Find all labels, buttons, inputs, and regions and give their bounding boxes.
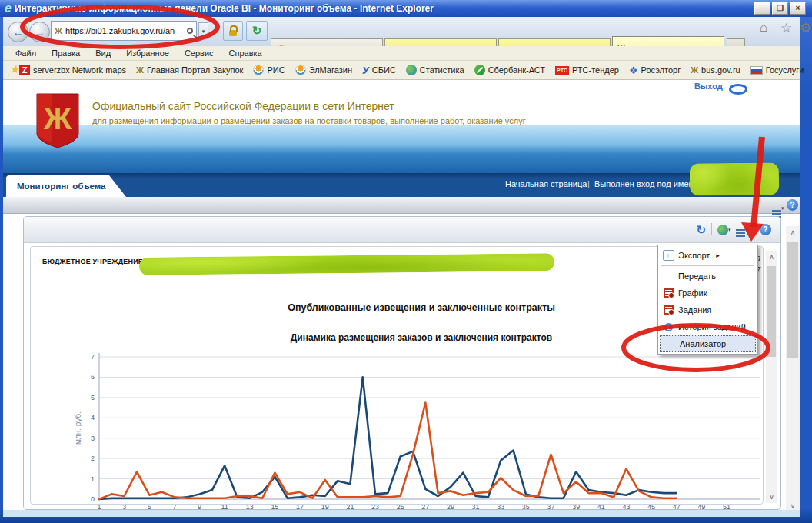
close-button[interactable]: × — [790, 2, 806, 15]
svg-text:5: 5 — [91, 394, 95, 401]
menu-item-send[interactable]: Передать — [658, 268, 757, 285]
svg-text:2: 2 — [91, 455, 95, 462]
favorites-bar: ★ → Zserverzbx Network maps ЖГлавная Пор… — [3, 61, 800, 80]
menu-view[interactable]: Вид — [88, 48, 118, 58]
panel-help-icon[interactable]: ? — [760, 224, 771, 235]
page-options-icon[interactable]: ▾ — [772, 201, 784, 215]
flame-icon — [253, 65, 264, 75]
schedule-icon — [664, 288, 674, 298]
svg-text:6: 6 — [91, 373, 95, 381]
home-icon[interactable]: ⌂ — [760, 20, 767, 35]
window-title: Интерактивные информационные панели Orac… — [15, 3, 434, 14]
page-scrollbar[interactable]: ∧ ∨ — [786, 226, 800, 512]
organization-name: БЮДЖЕТНОЕ УЧРЕЖДЕНИЕ З — [42, 258, 150, 265]
favorite-rts-tender[interactable]: РТСРТС-тендер — [555, 65, 619, 75]
forward-button[interactable]: → — [29, 22, 50, 42]
page-bottom-strip — [3, 510, 800, 517]
scroll-up-icon[interactable]: ∧ — [786, 226, 800, 238]
menu-item-jobs[interactable]: Задания — [658, 301, 757, 318]
minimize-button[interactable]: _ — [754, 2, 770, 15]
menu-edit[interactable]: Правка — [44, 48, 88, 58]
favorite-serverzbx[interactable]: Zserverzbx Network maps — [19, 65, 126, 75]
security-lock-button[interactable] — [223, 21, 243, 41]
context-menu: ↑ Экспорт ▸ Передать График Задания Исто… — [657, 245, 758, 355]
url-text[interactable]: https://bi01.zakupki.gov.ru/an — [65, 26, 184, 35]
view-selector-icon[interactable]: ▾ — [717, 222, 731, 236]
lock-icon — [229, 30, 237, 36]
header-blue-band — [3, 125, 800, 173]
scroll-down-icon[interactable]: ∨ — [766, 491, 777, 503]
zabbix-icon: Z — [19, 65, 30, 75]
favorite-portal-zakupok[interactable]: ЖГлавная Портал Закупок — [136, 65, 243, 75]
menu-item-schedule[interactable]: График — [658, 285, 757, 301]
clock-icon — [664, 323, 673, 331]
scrollbar-thumb[interactable] — [767, 266, 776, 357]
search-icon[interactable] — [187, 28, 193, 34]
menu-item-job-history[interactable]: История заданий — [658, 318, 757, 335]
content-scrollbar[interactable]: ∧ ∨ — [766, 251, 777, 503]
favorite-roseltorg[interactable]: ❖Росэлторг — [629, 65, 681, 75]
menu-item-export[interactable]: ↑ Экспорт ▸ — [658, 247, 757, 264]
scroll-up-icon[interactable]: ∧ — [766, 251, 777, 263]
separator: | — [587, 179, 590, 188]
favorite-gosuslugi[interactable]: Госуслуги — [750, 65, 804, 75]
menu-file[interactable]: Файл — [8, 48, 44, 58]
favorite-ris[interactable]: РИС — [253, 65, 285, 75]
title-bar: e Интерактивные информационные панели Or… — [0, 0, 812, 17]
svg-text:млн. руб.: млн. руб. — [74, 411, 82, 445]
globe-icon — [406, 65, 417, 75]
rts-icon: РТС — [555, 66, 569, 75]
arrow-icon: → — [4, 70, 11, 78]
svg-text:3: 3 — [91, 435, 95, 442]
panel-options-icon[interactable]: ▾ — [736, 222, 748, 236]
favorite-statistika[interactable]: Статистика — [406, 65, 464, 75]
svg-text:7: 7 — [91, 353, 95, 361]
menu-item-analyzer[interactable]: Анализатор — [660, 335, 756, 352]
redaction-username — [690, 162, 779, 195]
back-button[interactable]: ← — [8, 22, 28, 42]
panel-refresh-icon[interactable]: ↻ — [696, 224, 706, 235]
chart-subtitle: Динамика размещения заказов и заключения… — [291, 332, 552, 343]
login-status-text: Выполнен вход под именем — [594, 179, 704, 188]
address-bar[interactable]: Ж https://bi01.zakupki.gov.ru/an — [51, 21, 197, 41]
panel-header — [24, 217, 780, 243]
logout-link[interactable]: Выход — [694, 82, 723, 91]
maximize-button[interactable]: ❐ — [772, 2, 788, 15]
favorite-elmagazin[interactable]: ЭлМагазин — [295, 65, 352, 75]
tab-monitoring-obema[interactable]: Мониторинг объема — [6, 175, 126, 197]
address-dropdown-button[interactable]: ▾ — [198, 22, 208, 39]
star-icon: ★ — [9, 62, 19, 76]
menu-bar: Файл Правка Вид Избранное Сервис Справка — [3, 46, 800, 61]
favorites-star-icon[interactable]: ☆ — [780, 20, 792, 36]
svg-text:0: 0 — [91, 495, 95, 503]
favorite-sbis[interactable]: УСБИС — [362, 65, 396, 75]
dashboard-nav-band: Мониторинг объема Начальная страница | В… — [3, 173, 800, 197]
menu-help[interactable]: Справка — [221, 48, 270, 58]
page-help-icon[interactable]: ? — [787, 199, 798, 211]
jobs-icon — [664, 305, 674, 315]
favorite-bus-gov-ru[interactable]: Жbus.gov.ru — [691, 65, 740, 75]
dashboard-toolbar: ▾ ? — [3, 197, 800, 214]
chart-title: Опубликованные извещения и заключенные к… — [288, 302, 555, 313]
site-subtitle: для размещения информации о размещении з… — [92, 116, 526, 125]
settings-gear-icon[interactable]: ⚙ — [800, 20, 811, 36]
refresh-icon: ↻ — [252, 24, 262, 38]
menu-separator — [661, 265, 754, 266]
navigation-bar: ← → Ж https://bi01.zakupki.gov.ru/an ▾ ↻… — [3, 17, 800, 46]
ie-logo-icon: e — [5, 1, 12, 16]
line-chart: 0123456713579111315171921232527293133353… — [70, 348, 770, 511]
flag-icon — [750, 66, 763, 75]
browser-window: e Интерактивные информационные панели Or… — [0, 0, 812, 523]
svg-text:4: 4 — [91, 414, 95, 421]
favorite-sberbank-ast[interactable]: Сбербанк-АСТ — [474, 65, 545, 75]
menu-favorites[interactable]: Избранное — [118, 48, 177, 58]
svg-text:Ж: Ж — [43, 102, 72, 135]
emblem-icon: Ж — [691, 66, 698, 75]
home-page-link[interactable]: Начальная страница — [505, 179, 587, 188]
refresh-button[interactable]: ↻ — [246, 21, 268, 41]
scrollbar-thumb[interactable] — [787, 242, 798, 358]
site-title: Официальный сайт Российской Федерации в … — [92, 100, 394, 112]
menu-tools[interactable]: Сервис — [177, 48, 221, 58]
emblem-icon: Ж — [136, 66, 144, 75]
svg-text:1: 1 — [91, 475, 95, 483]
